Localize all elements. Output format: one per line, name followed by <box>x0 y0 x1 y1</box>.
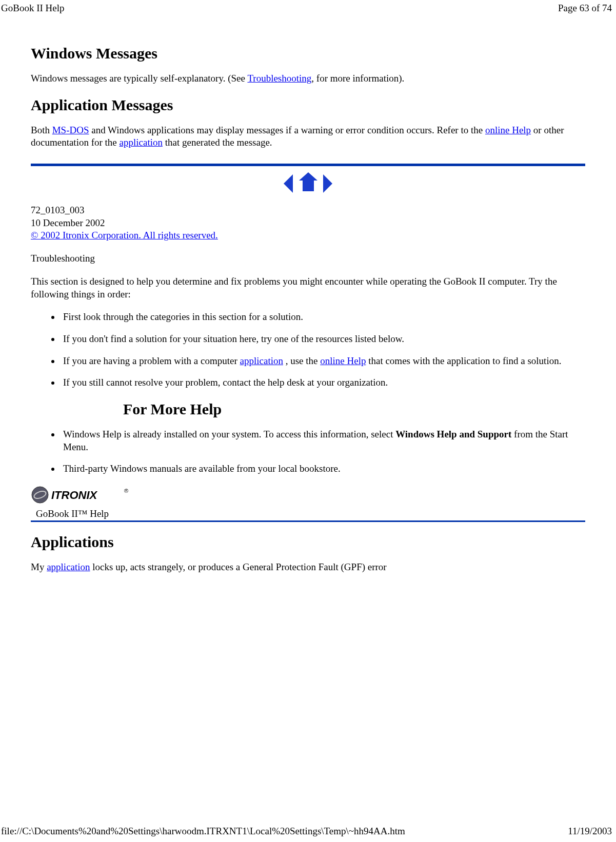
application-link-3[interactable]: application <box>47 562 90 572</box>
applications-heading: Applications <box>31 533 585 551</box>
page-info: Page 63 of 74 <box>558 3 612 14</box>
gobook-help-label: GoBook II™ Help <box>36 508 585 519</box>
list-item: If you don't find a solution for your si… <box>61 333 585 346</box>
list-item: Third-party Windows manuals are availabl… <box>61 463 585 475</box>
online-help-link[interactable]: online Help <box>485 125 531 135</box>
home-icon[interactable] <box>298 173 319 194</box>
doc-date: 10 December 2002 <box>31 217 585 230</box>
troubleshooting-intro: This section is designed to help you det… <box>31 275 585 300</box>
list-item: If you still cannot resolve your problem… <box>61 376 585 389</box>
list-item: First look through the categories in thi… <box>61 311 585 324</box>
svg-text:®: ® <box>124 488 128 494</box>
divider <box>31 164 585 166</box>
windows-help-bold: Windows Help and Support <box>395 429 511 439</box>
copyright-link[interactable]: © 2002 Itronix Corporation. All rights r… <box>31 230 218 240</box>
more-help-list: Windows Help is already installed on you… <box>31 428 585 475</box>
application-messages-text: Both MS-DOS and Windows applications may… <box>31 124 585 149</box>
application-messages-heading: Application Messages <box>31 96 585 114</box>
applications-text: My application locks up, acts strangely,… <box>31 561 585 574</box>
list-item: If you are having a problem with a compu… <box>61 355 585 368</box>
windows-messages-heading: Windows Messages <box>31 45 585 62</box>
nav-icons <box>31 173 585 194</box>
footer-date: 11/19/2003 <box>568 826 612 837</box>
list-item: Windows Help is already installed on you… <box>61 428 585 453</box>
troubleshooting-link[interactable]: Troubleshooting <box>247 73 311 84</box>
doc-number: 72_0103_003 <box>31 204 585 217</box>
itronix-logo-icon: ITRONIX ® <box>31 486 133 504</box>
for-more-help-heading: For More Help <box>123 400 222 418</box>
application-link-2[interactable]: application <box>240 355 283 366</box>
troubleshooting-list: First look through the categories in thi… <box>31 311 585 389</box>
next-icon[interactable] <box>323 174 332 193</box>
header-title: GoBook II Help <box>1 3 64 14</box>
troubleshooting-label: Troubleshooting <box>31 252 585 265</box>
doc-info: 72_0103_003 10 December 2002 © 2002 Itro… <box>31 204 585 242</box>
logo-row: ITRONIX ® <box>31 486 585 504</box>
windows-messages-text: Windows messages are typically self-expl… <box>31 72 585 85</box>
footer-path: file://C:\Documents%20and%20Settings\har… <box>1 826 405 837</box>
online-help-link-2[interactable]: online Help <box>320 355 366 366</box>
divider-thin <box>31 520 585 522</box>
application-link[interactable]: application <box>120 137 163 148</box>
svg-text:ITRONIX: ITRONIX <box>51 489 98 502</box>
msdos-link[interactable]: MS-DOS <box>52 125 89 135</box>
prev-icon[interactable] <box>284 174 293 193</box>
